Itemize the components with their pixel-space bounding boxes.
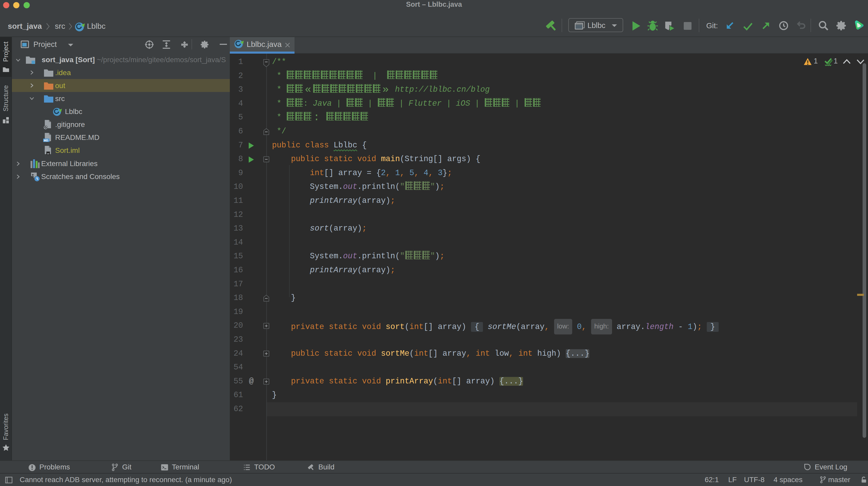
- svg-text:MD: MD: [44, 139, 48, 142]
